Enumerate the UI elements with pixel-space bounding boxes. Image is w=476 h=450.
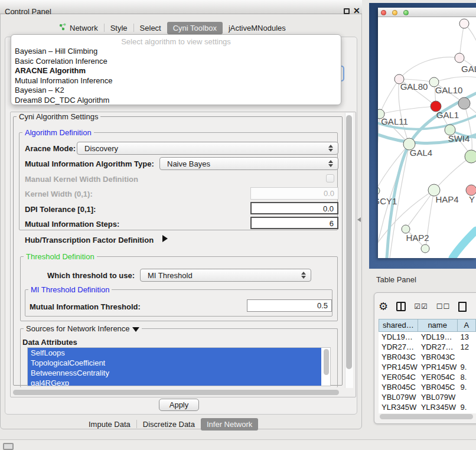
column-header[interactable]: shared… [379,319,418,332]
bottom-tabs: Impute DataDiscretize DataInfer Network [83,418,258,431]
splitter-arrow-icon[interactable] [357,217,361,222]
tab-network[interactable]: Network [53,22,104,34]
mi-threshold-field[interactable]: 0.5 [247,299,332,312]
network-edge [406,190,434,229]
table-toolbar: ⚙ ☑☑ ☐☐ [379,298,473,315]
close-traffic-light[interactable] [381,10,386,15]
mi-type-combo[interactable]: Naive Bayes [159,157,338,170]
attribute-item[interactable]: SelfLoops [28,348,321,358]
attribute-item[interactable]: TopologicalCoefficient [28,358,321,368]
table-row[interactable]: YIL052CYIL052C0. [379,412,476,413]
table-cell: YIL052C [418,412,458,413]
algorithm-dropdown-list[interactable]: Select algorithm to view settings Bayesi… [11,34,341,105]
checked-checkboxes-icon[interactable]: ☑☑ [414,302,428,311]
control-panel-title: Control Panel [5,7,51,16]
aracne-mode-label: Aracne Mode: [25,144,76,153]
table-row[interactable]: YBR043CYBR043C [379,352,476,362]
table-cell: 0. [457,412,476,413]
node-gray[interactable] [458,97,470,109]
attribute-item[interactable]: BetweennessCentrality [28,368,321,378]
dropdown-placeholder: Select algorithm to view settings [11,37,341,47]
table-panel-title: Table Panel [376,275,416,284]
table-row[interactable]: YDR27…YDR27…12 [379,342,476,352]
table-row[interactable]: YDL19…YDL19…13 [379,332,476,342]
data-attributes-list[interactable]: SelfLoopsTopologicalCoefficientBetweenne… [27,347,331,386]
network-canvas[interactable]: GALGAL80GAL10GAL1GAL11SWI4GAL4GCY1HAP4YH… [378,17,476,258]
sources-title[interactable]: Sources for Network Inference [24,324,142,333]
table-row[interactable]: YER054CYER054C8. [379,372,476,382]
dropdown-item[interactable]: ARACNE Algorithm [11,66,341,76]
network-edge [380,106,436,114]
hub-definition-toggle[interactable]: Hub/Transcription Factor Definition [25,236,154,244]
dropdown-item[interactable]: Bayesian – K2 [11,86,341,96]
float-window-icon[interactable] [344,8,350,14]
mini-panel-icon[interactable] [3,443,14,450]
unchecked-checkboxes-icon[interactable]: ☐☐ [436,302,451,311]
zoom-traffic-light[interactable] [403,10,409,15]
tab-label: Select [140,24,161,32]
dropdown-item[interactable]: Basic Correlation Inference [11,57,341,67]
dropdown-item[interactable]: Bayesian – Hill Climbing [11,47,341,57]
bottom-strip [0,440,476,450]
columns-icon[interactable] [396,302,406,311]
node-below-hap2[interactable] [421,244,429,253]
manual-kernel-checkbox[interactable] [326,174,334,182]
table-cell: YDR27… [379,342,418,352]
horizontal-scrollbar-thumb[interactable] [13,390,339,395]
dropdown-item[interactable]: Dream8 DC_TDC Algorithm [11,96,341,106]
document-icon[interactable] [458,302,467,312]
table-row[interactable]: YBL079WYBL079W [379,392,476,402]
mi-type-value: Naive Bayes [167,159,210,168]
tab-jactivemnodules[interactable]: jActiveMNodules [223,22,292,34]
list-scrollbar-thumb[interactable] [324,349,329,375]
network-node-label: GAL10 [435,85,463,95]
gear-icon[interactable]: ⚙ [379,301,388,312]
table-row[interactable]: YPR145WYPR145W9. [379,362,476,372]
column-header[interactable]: A [458,319,476,332]
node-gal-cut[interactable] [455,53,464,63]
table-cell: YBR043C [379,352,418,362]
table-header-row: shared…nameA [379,319,476,332]
which-threshold-combo[interactable]: MI Threshold [140,269,311,282]
apply-button[interactable]: Apply [159,399,199,411]
node-table[interactable]: shared…nameA YDL19…YDL19…13YDR27…YDR27…1… [379,319,476,413]
tab-select[interactable]: Select [134,22,167,34]
table-row[interactable]: YLR345WYLR345W9. [379,402,476,412]
bottom-tab-discretize-data[interactable]: Discretize Data [137,418,201,431]
table-cell: YBR045C [418,382,458,392]
table-cell: YPR145W [379,362,418,372]
combo-arrows-icon [328,160,333,167]
table-cell: YPR145W [418,362,458,372]
tab-style[interactable]: Style [105,22,133,34]
node-green-right[interactable] [465,150,476,163]
network-node-label: GAL80 [400,81,428,92]
table-row[interactable]: YBR045CYBR045C9. [379,382,476,392]
node-HAP2[interactable] [402,225,410,233]
node-GCY1[interactable] [378,187,380,195]
network-edge [459,24,464,58]
bottom-tab-impute-data[interactable]: Impute Data [83,418,136,431]
which-threshold-value: MI Threshold [148,271,193,280]
dpi-tolerance-field[interactable]: 0.0 [250,202,338,214]
kernel-width-label: Kernel Width (0,1): [25,190,93,198]
table-cell [457,392,476,402]
mi-steps-field[interactable]: 6 [250,217,338,229]
dropdown-item[interactable]: Mutual Information Inference [11,76,341,86]
column-header[interactable]: name [418,319,458,332]
table-cell: YBL079W [418,392,458,402]
table-cell: 9. [457,382,476,392]
tab-cyni-toolbox[interactable]: Cyni Toolbox [167,22,223,34]
table-cell: YBR045C [379,382,418,392]
minimize-traffic-light[interactable] [392,10,397,15]
kernel-width-field[interactable]: 0.0 [250,187,338,200]
network-node-label: SWI4 [448,133,470,144]
node-top-cut[interactable] [459,19,469,28]
table-hscrollbar-thumb[interactable] [380,414,473,419]
expand-right-icon[interactable] [162,235,168,242]
close-icon[interactable]: ✕ [353,6,360,15]
attribute-item[interactable]: gal4RGexp [28,378,321,386]
vertical-scrollbar-thumb[interactable] [346,115,352,369]
bottom-tab-infer-network[interactable]: Infer Network [201,418,258,431]
aracne-mode-combo[interactable]: Discovery [77,142,338,155]
table-cell: 9. [457,402,476,412]
